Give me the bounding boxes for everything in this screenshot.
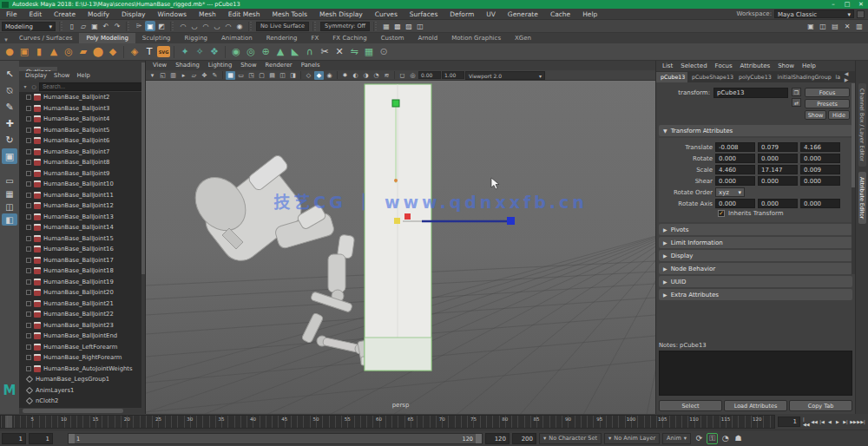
workspace-gear-icon[interactable]: [857, 10, 865, 18]
safe-action-icon[interactable]: ◫: [278, 71, 287, 80]
step-forward-frame-button[interactable]: ▶▶: [850, 416, 857, 427]
two-pane-layout[interactable]: ◫: [2, 200, 17, 213]
attr-value-field[interactable]: 0.000: [715, 154, 755, 163]
center-pivot-icon[interactable]: ⊙: [377, 45, 391, 59]
shelf-tab-sculpting[interactable]: Sculpting: [135, 33, 178, 43]
separate-icon[interactable]: ◎: [244, 45, 258, 59]
poly-sphere-icon[interactable]: ●: [3, 45, 16, 59]
camera-attributes-icon[interactable]: ▥: [168, 71, 178, 80]
viewport-menu-lighting[interactable]: Lighting: [205, 61, 235, 70]
close-button[interactable]: ✕: [854, 0, 868, 9]
viewport-scene[interactable]: [146, 81, 655, 414]
snap-to-point-icon[interactable]: ◠: [201, 21, 211, 31]
snap-to-view-plane-icon[interactable]: ◠: [223, 21, 233, 31]
grid-icon[interactable]: ▦: [226, 71, 235, 80]
menu-file[interactable]: File: [0, 10, 23, 18]
load-attributes-button[interactable]: Load Attributes: [724, 400, 787, 411]
menu-deform[interactable]: Deform: [444, 10, 480, 18]
outliner-item[interactable]: HumanBase_BallJoint13: [19, 212, 145, 223]
poly-torus-icon[interactable]: ◎: [62, 45, 76, 59]
rotate-tool[interactable]: ↻: [2, 132, 17, 148]
ae-tab-la[interactable]: la: [832, 72, 845, 82]
mirror-icon[interactable]: ⇋: [347, 45, 361, 59]
outliner-item[interactable]: HumanBase_BallJoint23: [19, 320, 145, 331]
shelf-tab-arnold[interactable]: Arnold: [411, 33, 445, 43]
ae-tab-polyCube13[interactable]: polyCube13: [734, 72, 773, 82]
outliner-item[interactable]: HumanBase_RightForearm: [19, 352, 145, 364]
tab-scroll-arrows[interactable]: ◀ ▶: [845, 70, 855, 82]
undo-icon[interactable]: ↶: [101, 21, 111, 31]
attr-value-field[interactable]: 0.000: [800, 176, 840, 186]
current-time-marker[interactable]: [5, 416, 12, 429]
attribute-editor-scrollbar[interactable]: [852, 83, 855, 274]
render-view-icon[interactable]: ▦: [381, 21, 391, 31]
outliner-item[interactable]: HumanBase_BallJoint20: [19, 287, 145, 298]
gamma-field[interactable]: 1.00: [442, 71, 464, 79]
auto-keyframe-icon[interactable]: ⚿: [707, 433, 718, 444]
anim-layer-dropdown[interactable]: ▾ No Anim Layer: [604, 433, 660, 444]
ae-menu-help[interactable]: Help: [799, 61, 819, 71]
ae-menu-show[interactable]: Show: [774, 61, 798, 71]
move-tool[interactable]: ✚: [2, 115, 17, 131]
outliner-item[interactable]: HumanBase_BallJoint5: [19, 125, 145, 136]
polygon-type-icon[interactable]: T: [142, 45, 156, 59]
poly-cylinder-icon[interactable]: ▮: [32, 45, 46, 59]
presets-button[interactable]: Presets: [805, 99, 850, 108]
range-start-handle[interactable]: [69, 434, 75, 443]
shelf-tab-fx-caching[interactable]: FX Caching: [326, 33, 373, 43]
bevel-icon[interactable]: ◣: [288, 45, 302, 59]
viewport-menu-show[interactable]: Show: [237, 61, 260, 70]
menu-surfaces[interactable]: Surfaces: [404, 10, 444, 18]
outliner-item[interactable]: HumanBase_AutoJointWeights: [19, 364, 145, 375]
maximize-button[interactable]: □: [840, 0, 854, 9]
poly-plane-icon[interactable]: ▰: [76, 45, 90, 59]
outliner-vertical-scrollbar[interactable]: [141, 61, 145, 414]
outliner-item[interactable]: HumanBase_BallJointEnd: [19, 331, 145, 342]
shelf-tab-xgen[interactable]: XGen: [508, 33, 538, 43]
use-all-lights-icon[interactable]: ✸: [340, 71, 350, 80]
outliner-item[interactable]: HumanBase_BallJoint18: [19, 266, 145, 277]
four-pane-layout[interactable]: ▦: [2, 187, 17, 200]
anim-menu-dropdown[interactable]: Anim ▾: [662, 433, 691, 444]
section-limit-information[interactable]: ▶Limit Information: [659, 237, 852, 248]
menu-mesh-display[interactable]: Mesh Display: [313, 10, 369, 18]
outliner-item[interactable]: HumanBase_BallJoint12: [19, 200, 145, 212]
quad-draw-icon[interactable]: ▦: [362, 45, 376, 59]
outliner-item[interactable]: HumanBase_BallJoint19: [19, 277, 145, 288]
attr-value-field[interactable]: 0.000: [800, 154, 840, 163]
attr-value-field[interactable]: 0.000: [758, 154, 798, 163]
multi-cut-icon[interactable]: ✂: [318, 45, 332, 59]
copy-tab-button[interactable]: Copy Tab: [789, 400, 852, 411]
menu-windows[interactable]: Windows: [152, 10, 193, 18]
play-forwards-button[interactable]: ▶: [834, 416, 841, 427]
attribute-editor-toggle-icon[interactable]: ▤: [830, 21, 840, 31]
exposure-field[interactable]: 0.00: [418, 71, 441, 79]
section-pivots[interactable]: ▶Pivots: [659, 224, 852, 235]
notes-textarea[interactable]: [659, 351, 852, 396]
menu-modify[interactable]: Modify: [82, 10, 115, 18]
snap-to-projected-center-icon[interactable]: ◡: [212, 21, 222, 31]
attr-value-field[interactable]: 0.000: [715, 199, 755, 208]
shelf-tab-custom[interactable]: Custom: [374, 33, 411, 43]
section-node-behavior[interactable]: ▶Node Behavior: [659, 263, 852, 274]
outliner-item[interactable]: HumanBase_BallJoint2: [19, 92, 145, 103]
single-pane-layout[interactable]: ▭: [2, 174, 17, 187]
poly-cone-icon[interactable]: ▲: [47, 45, 61, 59]
inherits-transform-checkbox[interactable]: ✓: [718, 210, 725, 217]
poly-platonic-icon[interactable]: ◆: [106, 45, 120, 59]
shelf-tab-motion-graphics[interactable]: Motion Graphics: [444, 33, 508, 43]
live-surface-field[interactable]: No Live Surface: [256, 22, 309, 31]
attr-value-field[interactable]: 0.079: [758, 142, 798, 152]
select-tool[interactable]: ↖: [2, 66, 17, 82]
menu-mesh[interactable]: Mesh: [193, 10, 222, 18]
boolean-icon[interactable]: ⊕: [259, 45, 273, 59]
make-live-icon[interactable]: ◉: [234, 21, 245, 31]
svg-tool-icon[interactable]: SVG: [157, 46, 170, 57]
menu-edit[interactable]: Edit: [23, 10, 49, 18]
bookmarks-icon[interactable]: ▸: [179, 71, 188, 80]
smooth-sculpt-icon[interactable]: ✧: [193, 45, 207, 59]
playback-loop-icon[interactable]: ⟳: [694, 433, 705, 444]
outliner-item[interactable]: HumanBase_BallJoint6: [19, 135, 145, 147]
character-set-dropdown[interactable]: ▾ No Character Set: [539, 433, 602, 444]
field-chart-icon[interactable]: ▤: [267, 71, 277, 80]
